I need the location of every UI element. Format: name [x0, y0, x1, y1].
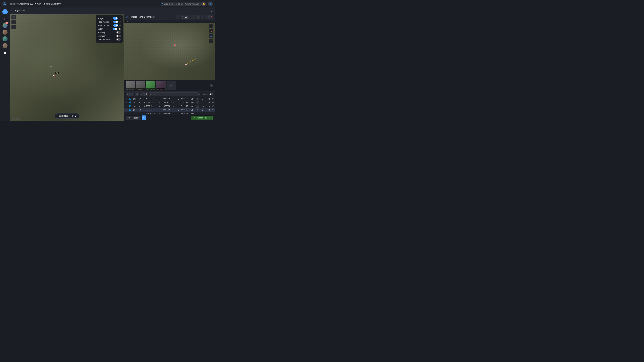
- layer-edit-icon-1[interactable]: ✏: [120, 21, 121, 23]
- rpm-check-button[interactable]: ✓: [205, 15, 209, 19]
- show-error-toggle[interactable]: Show Error: [199, 93, 213, 95]
- avatar-2-button[interactable]: [2, 29, 8, 35]
- row-expand-icon: [124, 112, 128, 115]
- rpm-map-texture: [124, 23, 215, 80]
- thumbnail-4-label: DJI_20240...: [156, 88, 165, 90]
- row-reset-btn[interactable]: ↺: [211, 104, 215, 108]
- thumbnail-3[interactable]: DJI_20240...: [146, 81, 155, 90]
- map-layer-icon[interactable]: ⬛: [12, 15, 16, 19]
- row-globe-btn[interactable]: 🌐: [128, 97, 132, 101]
- map-marker-204[interactable]: 204: [53, 75, 55, 76]
- tabs-bar: Registration ⋮: [10, 8, 215, 14]
- row-globe-btn[interactable]: 🌐: [128, 104, 132, 108]
- toggle-images[interactable]: [113, 17, 118, 19]
- row-e-lbl: E: [176, 101, 180, 104]
- svg-rect-3: [4, 18, 6, 20]
- row-reset-btn[interactable]: ↺: [211, 101, 215, 104]
- rpm-prev-button[interactable]: ←: [176, 15, 180, 19]
- avatar-3-button[interactable]: [2, 36, 8, 42]
- add-thumbnail-button[interactable]: +: [166, 81, 176, 90]
- register-dropdown-button[interactable]: ▾: [142, 115, 146, 120]
- toggle-photo-points[interactable]: [113, 24, 118, 27]
- data-table: ⊕ 🌐 201 🏷 617499.26 N 2076738.76 E 802.5…: [124, 97, 215, 115]
- expand-thumbnails-button[interactable]: ▾: [210, 84, 213, 87]
- toolbar-download-button[interactable]: ⬇: [144, 92, 148, 96]
- user-avatar[interactable]: 👤: [208, 1, 213, 6]
- layer-eye-icon[interactable]: 👁: [119, 17, 121, 19]
- row-delete-btn[interactable]: 🗑: [207, 108, 211, 112]
- rpm-minimize-button[interactable]: ⊟: [196, 15, 200, 19]
- row-n-val: 2076738.76: [162, 97, 176, 101]
- notifications-button[interactable]: 🔔: [201, 1, 206, 6]
- avatar-2: [2, 30, 8, 35]
- row-reset-btn[interactable]: ↺: [211, 97, 215, 101]
- row-e-lbl: E: [176, 97, 180, 101]
- rpm-fullscreen-button[interactable]: ⤢: [209, 39, 213, 43]
- rpm-map[interactable]: ✓ ✕ ◎ ⤢: [124, 23, 215, 80]
- chat-button[interactable]: 💬: [2, 50, 8, 56]
- map-back-btn[interactable]: ←: [12, 20, 16, 24]
- row-expand[interactable]: ⊕: [124, 101, 128, 104]
- row-e-lbl: E: [176, 108, 180, 112]
- registration-help-button[interactable]: Registration Help ▲: [54, 113, 80, 119]
- rpm-close-button[interactable]: ✕: [209, 15, 213, 19]
- row-x: 617499.26: [142, 97, 158, 101]
- thumbnail-2[interactable]: DJI_20240...: [136, 81, 145, 90]
- row-x: 616826.95: [142, 101, 158, 104]
- map-cut-btn[interactable]: ✂: [12, 25, 16, 29]
- toggle-elevation[interactable]: [116, 35, 121, 37]
- row-reset-btn[interactable]: ↺: [211, 108, 215, 112]
- row-expand[interactable]: ⊕: [124, 108, 128, 112]
- layer-edit-icon-2[interactable]: ✏: [120, 24, 121, 26]
- row-elv: elv: [190, 108, 195, 112]
- row-delete-btn[interactable]: 🗑: [207, 101, 211, 104]
- layer-row-point-names: Point Names ✏: [98, 20, 121, 24]
- row-globe-btn[interactable]: 🌐: [128, 108, 132, 112]
- toggle-point-names[interactable]: [113, 21, 118, 23]
- row-n-lbl: N: [158, 104, 162, 108]
- toolbar-settings-button[interactable]: ⚙: [126, 92, 130, 96]
- topbar-more[interactable]: ⋮: [211, 9, 213, 12]
- search-input[interactable]: [149, 92, 198, 96]
- toggle-classification[interactable]: [116, 38, 121, 41]
- rpm-check-side-button[interactable]: ✓: [209, 24, 213, 28]
- rpm-target-button[interactable]: ◎: [209, 34, 213, 38]
- tab-registration[interactable]: Registration: [12, 8, 28, 13]
- row-globe-btn[interactable]: 🌐: [128, 101, 132, 104]
- svg-point-2: [4, 4, 4, 4]
- rpm-next-button[interactable]: →: [191, 15, 195, 19]
- avatar-4-button[interactable]: [2, 42, 8, 49]
- toolbar-refresh-button[interactable]: ↺: [135, 92, 139, 96]
- rpm-x-side-button[interactable]: ✕: [209, 29, 213, 33]
- toolbar-delete-button[interactable]: ✕: [140, 92, 144, 96]
- rpm-map-marker[interactable]: [174, 44, 176, 46]
- row-x: 615858.55: [142, 104, 158, 108]
- toggle-color[interactable]: [112, 28, 117, 30]
- toggle-intensity[interactable]: [116, 31, 121, 34]
- process-project-button[interactable]: ✓ Process Project: [191, 116, 213, 120]
- row-badge-btn[interactable]: ?: [196, 109, 199, 111]
- row-badge-btn[interactable]: ?: [196, 98, 199, 100]
- rpm-header: Reference Point Manager ← 204 → ⊟ ⤢ ✓ ✕: [124, 14, 215, 20]
- row-badge-btn[interactable]: ?: [196, 101, 199, 104]
- thumbnail-4[interactable]: DJI_20240...: [156, 81, 166, 90]
- rpm-expand-button[interactable]: ⤢: [200, 15, 204, 19]
- row-badge-btn[interactable]: ?: [196, 105, 199, 108]
- show-error-switch[interactable]: [209, 93, 213, 95]
- row-expand[interactable]: ⊕: [124, 97, 128, 101]
- row-id-cell: 201: [132, 97, 138, 101]
- toolbar-add-button[interactable]: +: [130, 92, 134, 96]
- row-expand[interactable]: ⊕: [124, 104, 128, 108]
- add-button[interactable]: +: [2, 9, 8, 14]
- row-delete-btn[interactable]: 🗑: [207, 104, 211, 108]
- project-tag[interactable]: Crooksville 2024-08-27 - Primate Sanctua…: [161, 2, 201, 5]
- topbar: Projects / Crooksville 2024-08-27 - Prim…: [0, 0, 215, 8]
- files-button[interactable]: [2, 16, 8, 22]
- table-container[interactable]: ⊕ 🌐 201 🏷 617499.26 N 2076738.76 E 802.5…: [124, 97, 215, 115]
- thumbnail-1[interactable]: DJI_20240...: [126, 81, 135, 90]
- map-area[interactable]: ⬛ ← ✂ Images 👁 Point Names ✏ Photo Point…: [10, 14, 124, 121]
- row-delete-btn[interactable]: 🗑: [207, 97, 211, 101]
- register-button[interactable]: ✏ Register: [126, 116, 140, 120]
- app-logo[interactable]: [2, 1, 7, 6]
- layer-home-icon[interactable]: 🏠: [118, 28, 121, 30]
